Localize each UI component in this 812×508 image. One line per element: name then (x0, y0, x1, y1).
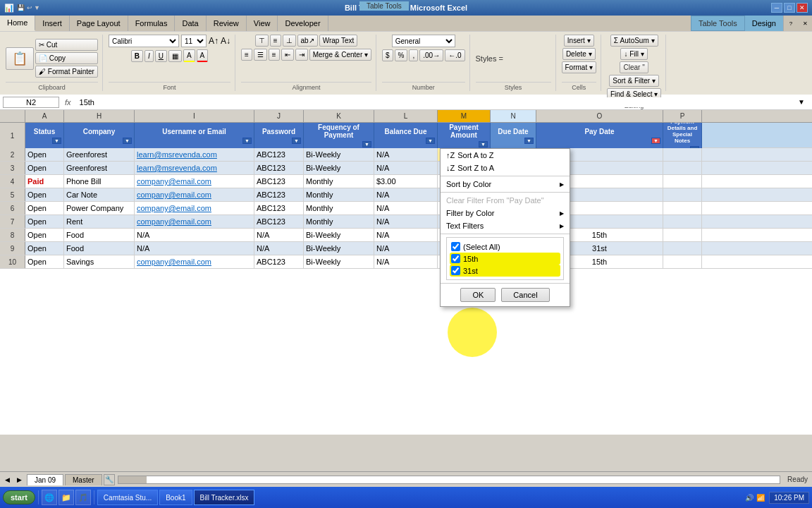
font-name-select[interactable]: Calibri (109, 35, 179, 47)
cell-l9[interactable]: N/A (374, 242, 438, 255)
cell-i5[interactable]: company@email.com (135, 188, 254, 201)
font-color-button[interactable]: A (197, 49, 209, 62)
filter-checkbox-15th[interactable] (451, 254, 460, 263)
format-cells-button[interactable]: Format ▾ (562, 61, 596, 73)
text-filters-button[interactable]: Text Filters (441, 219, 570, 232)
filter-checkbox-31st[interactable] (451, 266, 460, 275)
cell-j9[interactable]: N/A (254, 242, 304, 255)
insert-cells-button[interactable]: Insert ▾ (564, 35, 594, 47)
maximize-button[interactable]: □ (784, 3, 795, 13)
cell-j6[interactable]: ABC123 (254, 202, 304, 214)
cell-k2[interactable]: Bi-Weekly (304, 148, 374, 161)
cell-k4[interactable]: Monthly (304, 175, 374, 188)
tab-view[interactable]: View (247, 16, 278, 31)
cell-k8[interactable]: Bi-Weekly (304, 229, 374, 241)
filter-email[interactable]: ▼ (242, 138, 252, 144)
cell-a2[interactable]: Open (25, 148, 64, 161)
filter-ok-button[interactable]: OK (460, 288, 496, 302)
media-icon[interactable]: 🎵 (75, 490, 91, 505)
cell-a9[interactable]: Open (25, 242, 64, 255)
cell-i6[interactable]: company@email.com (135, 202, 254, 214)
sort-descending-button[interactable]: ↓Z Sort Z to A (441, 162, 570, 174)
cell-l2[interactable]: N/A (374, 148, 438, 161)
cell-i9[interactable]: N/A (135, 242, 254, 255)
align-middle-button[interactable]: ≡ (270, 35, 281, 47)
wrap-text-button[interactable]: Wrap Text (319, 35, 358, 47)
name-box[interactable] (3, 97, 59, 108)
cell-k3[interactable]: Bi-Weekly (304, 162, 374, 174)
filter-item-select-all[interactable]: (Select All) (450, 241, 560, 253)
expand-formula-button[interactable]: ▼ (798, 98, 809, 106)
orient-text-button[interactable]: ab↗ (297, 35, 318, 47)
merge-center-button[interactable]: Merge & Center ▾ (309, 49, 371, 61)
col-header-p[interactable]: P (663, 110, 702, 122)
tab-review[interactable]: Review (207, 16, 247, 31)
tab-page-layout[interactable]: Page Layout (70, 16, 128, 31)
percent-button[interactable]: % (395, 49, 408, 61)
cell-j2[interactable]: ABC123 (254, 148, 304, 161)
tab-insert[interactable]: Insert (35, 16, 70, 31)
taskbar-book1[interactable]: Book1 (159, 490, 192, 505)
col-header-a[interactable]: A (25, 110, 64, 122)
next-sheet-button[interactable]: ▶ (15, 476, 24, 484)
filter-company[interactable]: ▼ (123, 138, 132, 144)
cell-p7[interactable] (663, 215, 702, 228)
filter-frequency[interactable]: ▼ (362, 141, 371, 147)
cell-p4[interactable] (663, 175, 702, 188)
decrease-decimal-button[interactable]: .00→ (419, 49, 443, 61)
border-button[interactable]: ▦ (168, 50, 182, 62)
align-top-button[interactable]: ⊤ (255, 35, 269, 47)
cell-i3[interactable]: learn@msrevenda.com (135, 162, 254, 174)
align-center-button[interactable]: ☰ (254, 49, 267, 61)
underline-button[interactable]: U (155, 50, 167, 62)
cell-p5[interactable] (663, 188, 702, 201)
cell-a4[interactable]: Paid (25, 175, 64, 188)
filter-due-date[interactable]: ▼ (524, 138, 534, 144)
cell-i2[interactable]: learn@msrevenda.com (135, 148, 254, 161)
cell-k7[interactable]: Monthly (304, 215, 374, 228)
cell-l10[interactable]: N/A (374, 255, 438, 268)
sort-filter-button[interactable]: Sort & Filter ▾ (609, 75, 659, 87)
increase-font-icon[interactable]: A↑ (209, 36, 219, 46)
col-header-k[interactable]: K (304, 110, 374, 122)
tab-data[interactable]: Data (175, 16, 206, 31)
sort-by-color-button[interactable]: Sort by Color (441, 178, 570, 190)
align-bottom-button[interactable]: ⊥ (283, 35, 296, 47)
cell-h10[interactable]: Savings (64, 255, 135, 268)
filter-cancel-button[interactable]: Cancel (501, 288, 549, 302)
scroll-thumb[interactable] (118, 476, 147, 483)
fill-color-button[interactable]: A (183, 49, 195, 62)
cell-j4[interactable]: ABC123 (254, 175, 304, 188)
delete-cells-button[interactable]: Delete ▾ (562, 48, 596, 60)
horizontal-scrollbar[interactable] (118, 476, 781, 484)
cell-h4[interactable]: Phone Bill (64, 175, 135, 188)
filter-balance[interactable]: ▼ (426, 138, 435, 144)
cell-a10[interactable]: Open (25, 255, 64, 268)
tab-formulas[interactable]: Formulas (128, 16, 176, 31)
tab-developer[interactable]: Developer (278, 16, 328, 31)
bold-button[interactable]: B (131, 50, 143, 62)
col-header-i[interactable]: I (135, 110, 254, 122)
start-button[interactable]: start (3, 490, 35, 504)
cell-h2[interactable]: Greenforest (64, 148, 135, 161)
sheet-tab-master[interactable]: Master (65, 474, 102, 485)
col-header-m[interactable]: M (438, 110, 491, 122)
cell-p2[interactable] (663, 148, 702, 161)
cell-p3[interactable] (663, 162, 702, 174)
copy-button[interactable]: 📄 Copy (35, 52, 98, 64)
filter-pay-date[interactable]: ▼ (651, 138, 660, 144)
cell-l4[interactable]: $3.00 (374, 175, 438, 188)
paste-button[interactable]: 📋 (6, 47, 34, 70)
currency-button[interactable]: $ (382, 49, 393, 61)
ribbon-close[interactable]: ✕ (798, 16, 812, 31)
tab-home[interactable]: Home (0, 16, 35, 31)
cell-l8[interactable]: N/A (374, 229, 438, 241)
increase-decimal-button[interactable]: ←.0 (445, 49, 465, 61)
cut-button[interactable]: ✂ Cut (35, 39, 98, 51)
taskbar-camtasia[interactable]: Camtasia Stu... (97, 490, 158, 505)
col-header-n[interactable]: N (491, 110, 536, 122)
align-left-button[interactable]: ≡ (241, 49, 252, 61)
number-format-select[interactable]: General (392, 35, 455, 47)
cell-j7[interactable]: ABC123 (254, 215, 304, 228)
cell-j8[interactable]: N/A (254, 229, 304, 241)
